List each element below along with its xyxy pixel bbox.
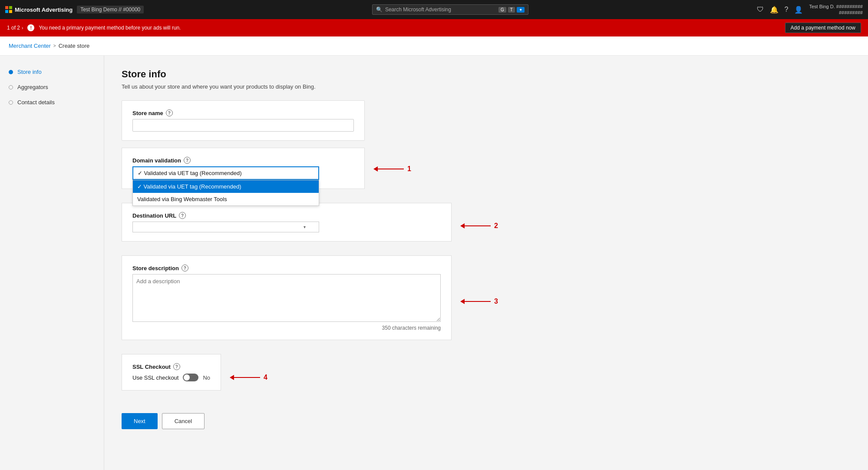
logo-icon [5,6,12,13]
annotation-4-area: 4 [230,374,267,381]
nav-tag-g: G [498,7,506,13]
action-buttons: Next Cancel [122,413,851,429]
annotation-4-arrowhead [230,375,234,380]
shield-icon[interactable]: 🛡 [757,6,764,13]
store-description-help-icon[interactable]: ? [182,265,188,271]
domain-dropdown-container: ✓ Validated via UET tag (Recommended) ✓ … [132,166,354,180]
annotation-2-arrowhead [460,223,465,228]
nav-tags: G T ✦ [498,7,525,13]
banner-step: 1 of 2 › [7,25,23,31]
annotation-2-area: 2 [460,222,498,230]
bell-icon[interactable]: 🔔 [770,6,779,14]
ssl-toggle-label: Use SSL checkout [132,374,178,381]
ssl-toggle-state: No [203,374,210,381]
char-count: 350 characters remaining [132,325,441,331]
warning-icon: ! [27,24,34,31]
user-line1: Test Bing D. ########## [809,3,863,10]
toggle-knob [184,374,190,381]
banner-message: You need a primary payment method before… [39,25,780,31]
store-name-input[interactable] [132,119,354,132]
domain-option-webmaster[interactable]: Validated via Bing Webmaster Tools [133,193,319,205]
nav-left: Microsoft Advertising Test Bing Demo // … [5,6,144,13]
sidebar-label-store-info: Store info [17,69,42,75]
breadcrumb-current: Create store [59,43,90,49]
destination-chevron-icon: ▾ [304,225,306,229]
sidebar-item-aggregators[interactable]: Aggregators [0,79,104,95]
search-bar[interactable]: 🔍 G T ✦ [372,4,528,15]
store-description-section: Store description ? 350 characters remai… [122,255,452,340]
payment-banner: 1 of 2 › ! You need a primary payment me… [0,19,868,36]
search-icon: 🔍 [376,7,383,13]
sidebar-item-contact-details[interactable]: Contact details [0,95,104,110]
destination-url-help-icon[interactable]: ? [179,212,186,219]
annotation-3-line [465,301,491,302]
ssl-toggle-row: Use SSL checkout No [132,374,210,381]
domain-validation-section: Domain validation ? ✓ Validated via UET … [122,148,365,189]
sidebar-label-aggregators: Aggregators [17,84,48,90]
store-description-label: Store description ? [132,265,441,271]
page-title: Store info [122,69,851,80]
page-subtitle: Tell us about your store and where you w… [122,83,851,90]
destination-url-section: Destination URL ? ▾ [122,203,452,242]
ssl-label: SSL Checkout ? [132,363,210,370]
annotation-3-arrowhead [460,299,465,304]
user-line2: ######### [809,10,863,16]
nav-tag-t: T [508,7,515,13]
user-info: Test Bing D. ########## ######### [809,3,863,16]
nav-tag-icon: ✦ [517,7,525,13]
nav-right: 🛡 🔔 ? 👤 Test Bing D. ########## ########… [757,3,863,16]
ssl-checkout-section: SSL Checkout ? Use SSL checkout No [122,354,221,391]
user-icon[interactable]: 👤 [794,6,803,14]
sidebar-empty-dot-aggregators [9,85,13,89]
breadcrumb-separator: > [53,43,56,48]
breadcrumb: Merchant Center > Create store [0,36,868,56]
destination-url-dropdown[interactable]: ▾ [132,222,319,232]
store-name-help-icon[interactable]: ? [166,109,173,116]
store-description-textarea[interactable] [132,274,441,322]
search-area: 🔍 G T ✦ [372,4,528,15]
domain-selected-text: ✓ Validated via UET tag (Recommended) [138,170,242,176]
annotation-4-label: 4 [264,374,267,381]
sidebar-label-contact: Contact details [17,99,55,106]
annotation-3-label: 3 [494,298,498,305]
help-icon[interactable]: ? [785,6,789,13]
domain-dropdown-selected[interactable]: ✓ Validated via UET tag (Recommended) [132,166,319,180]
domain-option-uet[interactable]: ✓ Validated via UET tag (Recommended) [133,180,319,193]
breadcrumb-parent[interactable]: Merchant Center [9,43,51,49]
search-input[interactable] [385,7,496,13]
store-name-section: Store name ? [122,100,365,141]
ssl-help-icon[interactable]: ? [173,363,180,370]
sidebar-empty-dot-contact [9,100,13,105]
banner-chevron-icon: › [22,26,23,30]
content-inner: Store info Tell us about your store and … [122,69,851,429]
annotation-2-label: 2 [494,222,498,230]
destination-url-label: Destination URL ? [132,212,441,219]
account-text: Test Bing Demo // #00000 [77,6,144,13]
main-content: Store info Tell us about your store and … [104,56,868,470]
cancel-button[interactable]: Cancel [162,413,205,429]
domain-validation-label: Domain validation ? [132,157,354,164]
step-text: 1 of 2 [7,25,20,31]
logo[interactable]: Microsoft Advertising [5,6,73,13]
sidebar-active-dot [9,70,13,74]
annotation-1-arrowhead [373,166,378,172]
next-button[interactable]: Next [122,413,158,429]
domain-dropdown-menu: ✓ Validated via UET tag (Recommended) Va… [132,180,319,206]
add-payment-button[interactable]: Add a payment method now [785,23,861,33]
annotation-1-label: 1 [407,165,411,173]
top-nav: Microsoft Advertising Test Bing Demo // … [0,0,868,19]
main-layout: Store info Aggregators Contact details S… [0,56,868,470]
annotation-1-area: 1 [373,165,411,173]
annotation-1-line [378,169,404,169]
annotation-3-area: 3 [460,298,498,305]
annotation-2-line [465,225,491,226]
sidebar: Store info Aggregators Contact details [0,56,104,470]
annotation-4-line [234,377,260,378]
domain-validation-help-icon[interactable]: ? [184,157,191,164]
store-name-label: Store name ? [132,109,354,116]
ssl-toggle[interactable] [183,374,198,381]
sidebar-item-store-info[interactable]: Store info [0,64,104,79]
logo-text: Microsoft Advertising [15,7,73,13]
